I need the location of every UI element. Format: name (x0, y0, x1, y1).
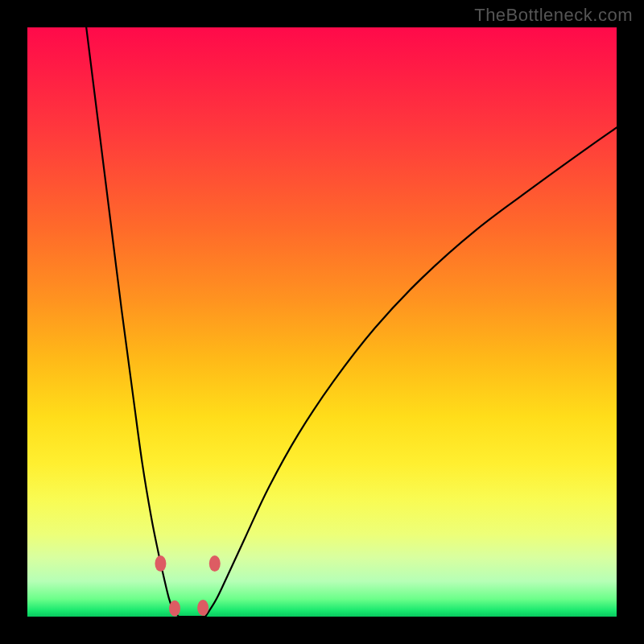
watermark-text: TheBottleneck.com (474, 5, 633, 26)
curve-marker (155, 555, 166, 572)
curve-marker (169, 601, 180, 617)
bottleneck-curve (86, 27, 617, 617)
plot-area (27, 27, 617, 617)
curve-layer (27, 27, 617, 617)
curve-marker (209, 555, 221, 572)
curve-marker (197, 600, 208, 616)
chart-frame: TheBottleneck.com (0, 0, 644, 644)
